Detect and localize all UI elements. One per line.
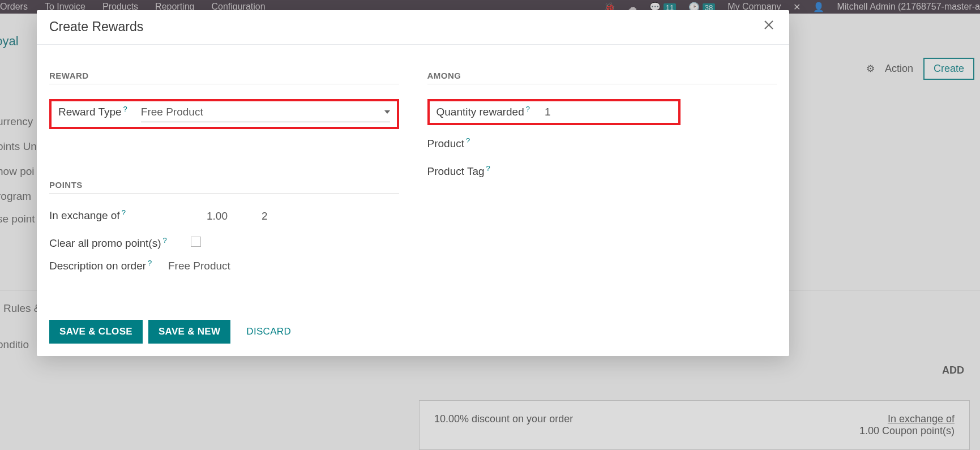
- description-label: Description on order?: [49, 259, 157, 272]
- chevron-down-icon: [384, 110, 390, 114]
- modal-footer: SAVE & CLOSE SAVE & NEW DISCARD: [37, 314, 789, 356]
- reward-heading: REWARD: [49, 71, 399, 84]
- clear-promo-label: Clear all promo point(s)?: [49, 236, 167, 250]
- help-icon[interactable]: ?: [526, 105, 530, 113]
- points-heading: POINTS: [49, 180, 399, 194]
- highlight-reward-type: Reward Type? Free Product: [49, 99, 399, 129]
- help-icon[interactable]: ?: [148, 259, 152, 267]
- in-exchange-of-label: In exchange of?: [49, 208, 157, 222]
- save-new-button[interactable]: SAVE & NEW: [148, 320, 230, 344]
- reward-type-select[interactable]: Free Product: [141, 106, 390, 122]
- modal-body: REWARD Reward Type? Free Product: [37, 45, 789, 314]
- in-exchange-of-row: In exchange of? 1.00 2: [49, 208, 399, 222]
- description-row: Description on order? Free Product: [49, 259, 399, 272]
- in-exchange-value-2[interactable]: 2: [262, 210, 268, 222]
- quantity-label: Quantity rewarded?: [436, 105, 530, 118]
- product-tag-label: Product Tag?: [427, 164, 490, 178]
- in-exchange-value[interactable]: 1.00: [207, 210, 228, 222]
- among-column: AMONG Quantity rewarded? 1 Product?: [427, 71, 777, 286]
- quantity-value[interactable]: 1: [545, 106, 551, 118]
- clear-promo-checkbox[interactable]: [191, 237, 201, 247]
- create-rewards-modal: Create Rewards REWARD Reward Type? Free …: [37, 10, 789, 356]
- help-icon[interactable]: ?: [486, 164, 490, 173]
- discard-button[interactable]: DISCARD: [236, 320, 301, 344]
- close-icon[interactable]: [761, 17, 777, 36]
- save-close-button[interactable]: SAVE & CLOSE: [49, 320, 143, 344]
- help-icon[interactable]: ?: [162, 236, 166, 245]
- help-icon[interactable]: ?: [466, 136, 470, 145]
- clear-promo-row: Clear all promo point(s)?: [49, 236, 399, 250]
- reward-type-label: Reward Type?: [58, 105, 127, 118]
- help-icon[interactable]: ?: [122, 208, 126, 217]
- help-icon[interactable]: ?: [123, 105, 127, 113]
- product-label: Product?: [427, 136, 470, 150]
- modal-title: Create Rewards: [49, 19, 143, 35]
- highlight-quantity: Quantity rewarded? 1: [427, 99, 681, 125]
- reward-column: REWARD Reward Type? Free Product: [49, 71, 399, 286]
- among-heading: AMONG: [427, 71, 777, 84]
- product-tag-row: Product Tag?: [427, 164, 777, 178]
- product-row: Product?: [427, 136, 777, 150]
- description-value[interactable]: Free Product: [168, 260, 230, 272]
- reward-type-value: Free Product: [141, 106, 203, 118]
- modal-header: Create Rewards: [37, 10, 789, 45]
